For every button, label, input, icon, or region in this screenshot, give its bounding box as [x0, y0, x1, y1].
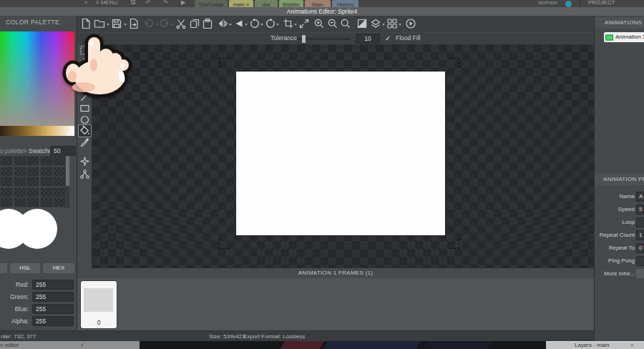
- name-field[interactable]: A: [636, 192, 644, 202]
- grid-dropdown-icon[interactable]: [399, 24, 401, 26]
- editor-toolbar: [77, 16, 594, 33]
- rectangle-tool[interactable]: [79, 103, 91, 114]
- layers-tab[interactable]: Layers - main ×: [546, 341, 644, 349]
- zoom-reset-icon[interactable]: [340, 18, 351, 29]
- tab-bigwin[interactable]: BigWin: [279, 0, 303, 7]
- mirror-icon[interactable]: [218, 18, 229, 29]
- cut-icon[interactable]: [175, 18, 187, 29]
- ping-pong-label: Ping Pong: [608, 257, 635, 264]
- swatches-count-field[interactable]: 50: [50, 146, 76, 156]
- sprite-image[interactable]: [235, 71, 446, 236]
- background-shape-red: [280, 341, 324, 349]
- flip-dropdown-icon[interactable]: [245, 24, 248, 26]
- undo-app-icon[interactable]: ↶: [146, 0, 151, 7]
- user-avatar[interactable]: [565, 1, 572, 7]
- save-project-icon[interactable]: 🖫: [130, 0, 136, 7]
- image-points-tool[interactable]: [79, 169, 91, 180]
- hsl-button[interactable]: HSL: [10, 263, 40, 273]
- eyedropper-tool[interactable]: [79, 137, 91, 149]
- tab-close-icon[interactable]: ×: [246, 1, 249, 7]
- repeat-to-label: Repeat To: [609, 245, 635, 251]
- export-icon[interactable]: [128, 18, 140, 29]
- preview-app-icon[interactable]: ▶: [181, 0, 185, 7]
- crop-dropdown-icon[interactable]: [294, 24, 297, 26]
- hand-cursor: [62, 32, 137, 98]
- background-brightness-icon[interactable]: [356, 18, 368, 29]
- alpha-field[interactable]: 255: [32, 316, 74, 326]
- close-icon[interactable]: ×: [84, 0, 88, 7]
- green-field[interactable]: 255: [32, 292, 74, 302]
- copy-icon[interactable]: [189, 18, 200, 29]
- save-dropdown-icon[interactable]: [124, 24, 127, 26]
- rotate-ccw-icon[interactable]: [249, 18, 260, 29]
- new-icon[interactable]: [80, 18, 92, 29]
- flood-fill-checkbox[interactable]: ✓: [385, 34, 393, 42]
- no-palette-link[interactable]: o palette>: [0, 147, 27, 154]
- rotate-ccw-dropdown-icon[interactable]: [260, 24, 263, 26]
- user-name[interactable]: slotnew: [538, 0, 557, 7]
- shade-gradient-bar[interactable]: [0, 126, 74, 136]
- rgb-button[interactable]: [0, 263, 7, 273]
- tab-obs[interactable]: obs: [255, 0, 278, 7]
- status-bar: nter: 732, 377 Size: 539x423 Export Form…: [0, 330, 594, 342]
- tab-start-page[interactable]: Start page: [195, 0, 228, 7]
- swatch-grid[interactable]: [0, 156, 64, 208]
- menu-label: MENU: [101, 0, 118, 6]
- hex-button[interactable]: HEX: [43, 263, 74, 273]
- frame-thumbnail[interactable]: 0: [81, 281, 117, 328]
- fill-tool[interactable]: [79, 125, 91, 137]
- background-shape-blue: [323, 341, 421, 349]
- alpha-label: Alpha:: [0, 318, 29, 325]
- selection-corner-tr: [449, 58, 459, 68]
- loop-checkbox[interactable]: [636, 217, 644, 227]
- layers-tab-close-icon[interactable]: ×: [630, 342, 634, 349]
- tab-history[interactable]: History: [332, 0, 358, 7]
- dialog-title: Animations Editor: Sprite4: [287, 8, 357, 15]
- flood-fill-label: Flood Fill: [396, 34, 420, 41]
- project-panel-label: PROJECT: [588, 0, 615, 7]
- right-panel: ANIMATIONS Animation 1 ANIMATION PROPERT…: [594, 16, 644, 341]
- resize-icon[interactable]: [298, 18, 310, 29]
- ellipse-tool[interactable]: [79, 114, 91, 126]
- frames-panel: ANIMATION 1 FRAMES (1) 0: [77, 268, 594, 330]
- repeat-to-field[interactable]: 0: [636, 243, 644, 253]
- mirror-dropdown-icon[interactable]: [229, 24, 232, 26]
- menu-button[interactable]: ≡ MENU: [96, 0, 117, 7]
- open-icon[interactable]: [94, 18, 105, 29]
- tab-main[interactable]: main ×: [229, 0, 253, 7]
- rotate-cw-dropdown-icon[interactable]: [276, 24, 279, 26]
- repeat-count-field[interactable]: 1: [636, 230, 644, 240]
- save-icon[interactable]: [111, 18, 122, 29]
- grid-icon[interactable]: [386, 18, 398, 29]
- tolerance-value-field[interactable]: 10: [356, 34, 380, 44]
- frame-index: 0: [81, 319, 117, 326]
- shade-marker[interactable]: [66, 130, 73, 135]
- tab-main2[interactable]: Main: [305, 0, 331, 7]
- ping-pong-checkbox[interactable]: [636, 256, 644, 266]
- channel-row-green: Green: 255: [0, 292, 74, 302]
- rotate-cw-icon[interactable]: [265, 18, 276, 29]
- more-info-button[interactable]: [636, 269, 644, 278]
- flip-icon[interactable]: [233, 18, 245, 29]
- origin-tool[interactable]: [79, 156, 91, 167]
- open-dropdown-icon[interactable]: [107, 24, 109, 26]
- blue-field[interactable]: 255: [32, 304, 74, 314]
- bottom-left-text: n editor: [0, 341, 19, 349]
- layers-dropdown-icon[interactable]: [382, 24, 385, 26]
- layers-icon[interactable]: [370, 18, 381, 29]
- foreground-color-well[interactable]: [17, 209, 57, 249]
- zoom-in-icon[interactable]: [313, 18, 325, 29]
- bottom-left-panel: n editor ✓: [0, 341, 140, 349]
- prop-row-loop: Loop: [595, 217, 644, 227]
- swatch-scrollbar[interactable]: [66, 156, 69, 208]
- animation-item[interactable]: Animation 1: [604, 32, 644, 42]
- redo-app-icon[interactable]: ↷: [163, 0, 168, 7]
- preview-animation-icon[interactable]: [405, 18, 416, 29]
- tolerance-slider-thumb[interactable]: [302, 35, 306, 43]
- red-field[interactable]: 255: [32, 280, 74, 290]
- crop-icon[interactable]: [283, 18, 294, 29]
- speed-field[interactable]: 5: [636, 205, 644, 215]
- zoom-out-icon[interactable]: [327, 18, 338, 29]
- bottom-check-icon: ✓: [80, 341, 85, 349]
- paste-icon[interactable]: [202, 18, 213, 29]
